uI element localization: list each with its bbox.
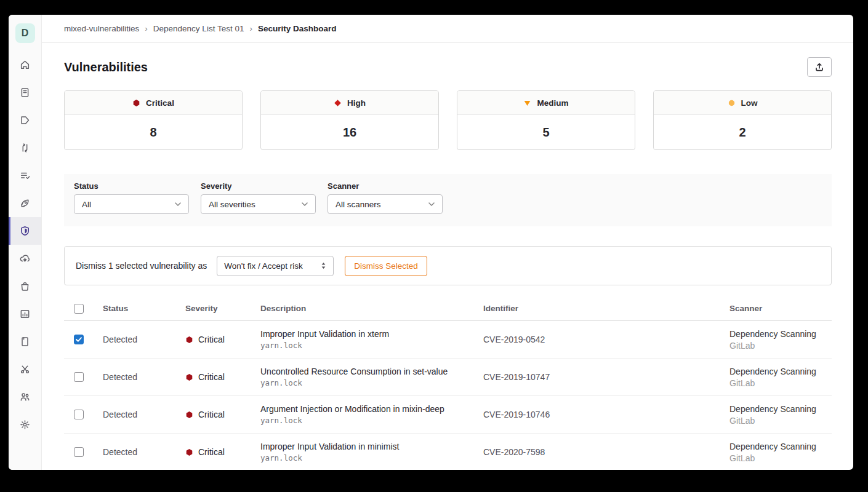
row-severity: Critical [198, 372, 225, 382]
severity-card-count: 16 [261, 115, 438, 149]
sidebar-item-analytics[interactable] [9, 300, 41, 328]
severity-card-count: 5 [457, 115, 635, 149]
severity-card-count: 2 [654, 115, 831, 149]
sidebar-item-merge-requests[interactable] [9, 134, 41, 162]
merge-request-icon [20, 143, 30, 153]
sidebar-item-members[interactable] [9, 383, 41, 411]
label-icon [20, 115, 30, 125]
column-header-severity: Severity [185, 304, 260, 313]
cloud-deploy-icon [20, 253, 30, 264]
column-header-description: Description [260, 304, 483, 313]
filter-scanner-select[interactable]: All scanners [328, 194, 443, 214]
row-identifier: CVE-2019-0542 [483, 335, 729, 344]
check-icon [76, 337, 82, 342]
sidebar-item-labels[interactable] [9, 106, 41, 134]
export-button[interactable] [807, 57, 832, 77]
severity-critical-icon [185, 448, 193, 456]
filter-scanner-label: Scanner [328, 181, 443, 191]
table-row[interactable]: Detected Critical Improper Input Validat… [64, 321, 832, 359]
sidebar-item-packages[interactable] [9, 272, 41, 300]
chevron-down-icon [302, 202, 308, 206]
sort-updown-icon [321, 262, 326, 269]
breadcrumb-item-group[interactable]: mixed-vulnerabilities [64, 24, 139, 33]
row-identifier: CVE-2019-10747 [483, 372, 729, 382]
row-description: Improper Input Validation in xterm [260, 329, 483, 339]
row-status: Detected [103, 372, 185, 382]
row-location: yarn.lock [260, 416, 483, 425]
sidebar-item-repository[interactable] [9, 79, 41, 106]
settings-gear-icon [20, 419, 30, 430]
project-avatar-letter: D [22, 28, 29, 39]
sidebar-item-deployments[interactable] [9, 245, 41, 272]
row-scanner: Dependency Scanning [729, 442, 832, 451]
chevron-down-icon [175, 202, 181, 206]
row-scanner: Dependency Scanning [729, 404, 832, 414]
row-scanner: Dependency Scanning [729, 367, 832, 376]
severity-critical-icon [132, 99, 140, 107]
severity-medium-icon [523, 99, 531, 107]
row-identifier: CVE-2020-7598 [483, 447, 729, 457]
breadcrumb-separator: › [244, 24, 258, 33]
export-icon [814, 62, 824, 72]
row-identifier: CVE-2019-10746 [483, 410, 729, 419]
row-description: Uncontrolled Resource Consumption in set… [260, 367, 483, 376]
severity-critical-icon [185, 373, 193, 381]
severity-card-medium: Medium 5 [457, 90, 635, 150]
app-window: D [9, 15, 853, 470]
severity-critical-icon [185, 411, 193, 419]
filter-severity-label: Severity [201, 181, 316, 191]
breadcrumb-item-project[interactable]: Dependency List Test 01 [153, 24, 244, 33]
main-panel: mixed-vulnerabilities › Dependency List … [42, 15, 853, 470]
package-icon [20, 281, 30, 292]
filter-severity-select[interactable]: All severities [201, 194, 316, 214]
severity-card-critical: Critical 8 [64, 90, 243, 150]
table-row[interactable]: Detected Critical Argument Injection or … [64, 396, 832, 434]
sidebar-item-home[interactable] [9, 51, 41, 79]
sidebar: D [9, 15, 42, 470]
filter-status-value: All [82, 200, 91, 209]
snippet-scissors-icon [20, 364, 30, 375]
filter-severity: Severity All severities [201, 181, 316, 214]
row-scanner-vendor: GitLab [729, 453, 832, 463]
row-scanner-vendor: GitLab [729, 416, 832, 426]
sidebar-item-wiki[interactable] [9, 328, 41, 355]
row-checkbox[interactable] [74, 335, 84, 344]
row-status: Detected [103, 335, 185, 344]
column-header-identifier: Identifier [483, 304, 729, 313]
row-checkbox[interactable] [74, 447, 84, 457]
home-icon [20, 60, 30, 70]
sidebar-item-security[interactable] [9, 217, 41, 245]
select-all-checkbox[interactable] [74, 304, 84, 314]
row-location: yarn.lock [260, 378, 483, 387]
row-severity: Critical [198, 447, 225, 457]
filter-status-select[interactable]: All [74, 194, 189, 214]
row-location: yarn.lock [260, 341, 483, 350]
dismiss-reason-select[interactable]: Won't fix / Accept risk [217, 256, 334, 276]
project-avatar[interactable]: D [15, 23, 35, 43]
row-checkbox[interactable] [74, 410, 84, 419]
dismiss-selected-button[interactable]: Dismiss Selected [345, 256, 427, 276]
row-location: yarn.lock [260, 453, 483, 462]
severity-card-high: High 16 [260, 90, 439, 150]
row-description: Argument Injection or Modification in mi… [260, 404, 483, 414]
rocket-icon [20, 198, 30, 208]
sidebar-item-settings[interactable] [9, 411, 41, 438]
filter-status-label: Status [74, 181, 189, 191]
row-checkbox[interactable] [74, 372, 84, 382]
row-status: Detected [103, 447, 185, 457]
task-list-icon [20, 170, 30, 181]
table-row[interactable]: Detected Critical Improper Input Validat… [64, 434, 832, 470]
sidebar-item-snippets[interactable] [9, 355, 41, 383]
severity-high-icon [334, 99, 342, 107]
content: Vulnerabilities Critical 8 Hi [42, 43, 853, 470]
column-header-scanner: Scanner [729, 304, 832, 313]
dismiss-reason-value: Won't fix / Accept risk [224, 261, 303, 271]
page-title: Vulnerabilities [64, 60, 148, 74]
document-icon [20, 87, 30, 98]
table-row[interactable]: Detected Critical Uncontrolled Resource … [64, 359, 832, 396]
sidebar-item-issues[interactable] [9, 162, 41, 189]
filter-status: Status All [74, 181, 189, 214]
sidebar-item-ci-cd[interactable] [9, 189, 41, 217]
severity-card-low: Low 2 [653, 90, 832, 150]
severity-cards: Critical 8 High 16 Medium 5 [64, 90, 832, 150]
